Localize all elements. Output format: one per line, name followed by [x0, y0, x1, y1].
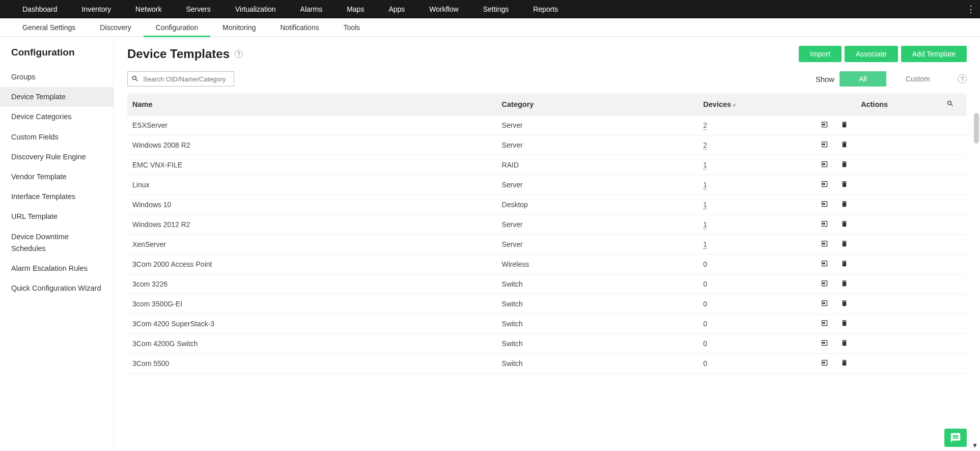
col-devices[interactable]: Devices▾: [698, 94, 816, 116]
add-template-button[interactable]: Add Template: [901, 46, 967, 62]
export-icon[interactable]: [821, 140, 828, 150]
export-icon[interactable]: [821, 180, 828, 189]
import-button[interactable]: Import: [799, 46, 842, 62]
sidebar-item-quick-configuration-wizard[interactable]: Quick Configuration Wizard: [0, 278, 114, 298]
topnav-item-reports[interactable]: Reports: [521, 0, 570, 18]
cell-name[interactable]: Windows 2012 R2: [127, 215, 497, 235]
more-menu-icon[interactable]: ⋮: [966, 5, 975, 14]
show-all-button[interactable]: All: [839, 71, 886, 87]
cell-spacer: [933, 334, 967, 354]
export-icon[interactable]: [821, 359, 828, 368]
corner-caret-icon[interactable]: ▼: [972, 442, 978, 449]
sidebar-item-device-categories[interactable]: Device Categories: [0, 107, 114, 127]
cell-devices[interactable]: 1: [698, 215, 816, 235]
export-icon[interactable]: [821, 121, 828, 130]
cell-devices[interactable]: 2: [698, 116, 816, 135]
topnav-item-workflow[interactable]: Workflow: [417, 0, 470, 18]
cell-name[interactable]: 3com 3226: [127, 274, 497, 294]
search-input[interactable]: [127, 71, 234, 87]
topnav-item-inventory[interactable]: Inventory: [70, 0, 124, 18]
help-icon[interactable]: ?: [235, 50, 243, 58]
scrollbar[interactable]: [974, 113, 979, 144]
subnav-item-general-settings[interactable]: General Settings: [10, 18, 88, 37]
subnav-item-monitoring[interactable]: Monitoring: [210, 18, 268, 37]
cell-devices[interactable]: 0: [698, 354, 816, 374]
delete-icon[interactable]: [841, 180, 848, 189]
show-custom-button[interactable]: Custom: [886, 71, 949, 87]
cell-spacer: [933, 195, 967, 215]
delete-icon[interactable]: [841, 140, 848, 150]
table-row: XenServerServer1: [127, 235, 967, 255]
delete-icon[interactable]: [841, 160, 848, 170]
export-icon[interactable]: [821, 220, 828, 229]
delete-icon[interactable]: [841, 359, 848, 368]
cell-name[interactable]: Linux: [127, 175, 497, 195]
cell-name[interactable]: Windows 10: [127, 195, 497, 215]
cell-devices[interactable]: 1: [698, 195, 816, 215]
sidebar-item-alarm-escalation-rules[interactable]: Alarm Escalation Rules: [0, 259, 114, 278]
sidebar-item-device-template[interactable]: Device Template: [0, 87, 114, 107]
topnav-item-settings[interactable]: Settings: [471, 0, 521, 18]
export-icon[interactable]: [821, 240, 828, 249]
topnav-item-virtualization[interactable]: Virtualization: [223, 0, 288, 18]
sidebar-item-interface-templates[interactable]: Interface Templates: [0, 187, 114, 207]
cell-name[interactable]: 3Com 4200 SuperStack-3: [127, 314, 497, 334]
cell-devices[interactable]: 0: [698, 334, 816, 354]
subnav-item-configuration[interactable]: Configuration: [144, 18, 210, 37]
export-icon[interactable]: [821, 279, 828, 289]
col-category[interactable]: Category: [497, 94, 698, 116]
cell-name[interactable]: 3Com 2000 Access Point: [127, 255, 497, 274]
delete-icon[interactable]: [841, 121, 848, 130]
sidebar-item-groups[interactable]: Groups: [0, 67, 114, 87]
export-icon[interactable]: [821, 319, 828, 328]
show-help-icon[interactable]: ?: [958, 74, 967, 83]
column-search-icon[interactable]: [946, 100, 954, 107]
export-icon[interactable]: [821, 160, 828, 170]
sidebar-item-device-downtime-schedules[interactable]: Device Downtime Schedules: [0, 227, 114, 259]
delete-icon[interactable]: [841, 319, 848, 328]
cell-name[interactable]: EMC VNX-FILE: [127, 155, 497, 175]
sidebar-item-custom-fields[interactable]: Custom Fields: [0, 127, 114, 147]
topnav-item-alarms[interactable]: Alarms: [288, 0, 335, 18]
cell-devices[interactable]: 0: [698, 294, 816, 314]
delete-icon[interactable]: [841, 260, 848, 269]
cell-name[interactable]: XenServer: [127, 235, 497, 255]
delete-icon[interactable]: [841, 240, 848, 249]
cell-devices[interactable]: 1: [698, 235, 816, 255]
export-icon[interactable]: [821, 299, 828, 308]
col-search[interactable]: [933, 94, 967, 116]
cell-name[interactable]: 3Com 5500: [127, 354, 497, 374]
sidebar-item-url-template[interactable]: URL Template: [0, 207, 114, 227]
cell-devices[interactable]: 1: [698, 155, 816, 175]
cell-name[interactable]: 3Com 4200G Switch: [127, 334, 497, 354]
subnav-item-tools[interactable]: Tools: [331, 18, 373, 37]
topnav-item-dashboard[interactable]: Dashboard: [10, 0, 70, 18]
delete-icon[interactable]: [841, 200, 848, 209]
topnav-item-servers[interactable]: Servers: [174, 0, 222, 18]
sidebar-item-discovery-rule-engine[interactable]: Discovery Rule Engine: [0, 147, 114, 167]
subnav-item-discovery[interactable]: Discovery: [88, 18, 143, 37]
chat-fab[interactable]: [944, 429, 967, 447]
col-name[interactable]: Name: [127, 94, 497, 116]
export-icon[interactable]: [821, 200, 828, 209]
cell-name[interactable]: ESXServer: [127, 116, 497, 135]
topnav-item-maps[interactable]: Maps: [334, 0, 376, 18]
subnav-item-notifications[interactable]: Notifications: [268, 18, 331, 37]
cell-name[interactable]: Windows 2008 R2: [127, 135, 497, 155]
export-icon[interactable]: [821, 260, 828, 269]
topnav-item-network[interactable]: Network: [123, 0, 174, 18]
cell-devices[interactable]: 0: [698, 255, 816, 274]
topnav-item-apps[interactable]: Apps: [376, 0, 417, 18]
delete-icon[interactable]: [841, 220, 848, 229]
delete-icon[interactable]: [841, 299, 848, 308]
cell-name[interactable]: 3com 3500G-EI: [127, 294, 497, 314]
cell-devices[interactable]: 1: [698, 175, 816, 195]
cell-devices[interactable]: 0: [698, 314, 816, 334]
associate-button[interactable]: Associate: [845, 46, 898, 62]
delete-icon[interactable]: [841, 279, 848, 289]
delete-icon[interactable]: [841, 339, 848, 348]
cell-devices[interactable]: 2: [698, 135, 816, 155]
export-icon[interactable]: [821, 339, 828, 348]
sidebar-item-vendor-template[interactable]: Vendor Template: [0, 167, 114, 187]
cell-devices[interactable]: 0: [698, 274, 816, 294]
